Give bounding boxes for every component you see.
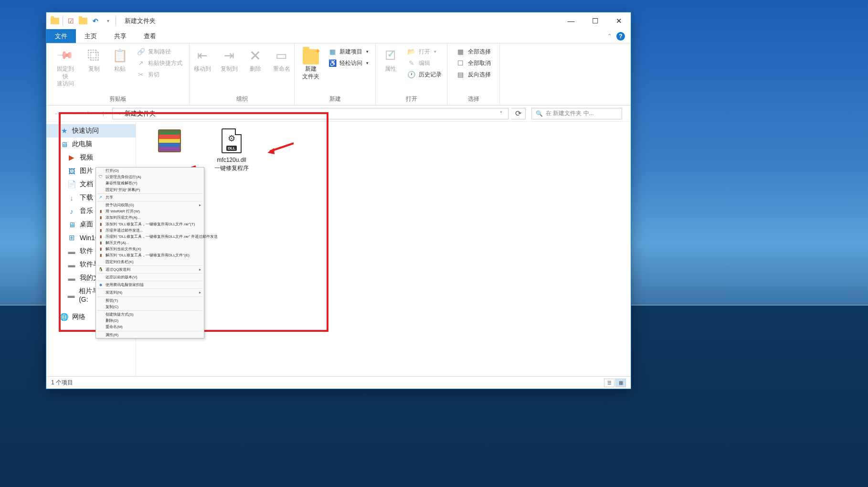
collapse-ribbon-icon[interactable]: ⌃ (607, 33, 612, 39)
context-menu-item[interactable]: 固定到任务栏(K) (96, 259, 204, 265)
details-view-button[interactable]: ☰ (604, 379, 614, 387)
window-title: 新建文件夹 (125, 17, 156, 25)
refresh-button[interactable]: ⟳ (511, 108, 526, 119)
file-area[interactable]: ⚙DLL mfc120u.dll一键修复程序 (136, 122, 631, 376)
dropdown-icon[interactable]: ▾ (103, 16, 113, 26)
address-dropdown-icon[interactable]: ˅ (497, 111, 505, 116)
move-to-button[interactable]: ⇤移动到 (190, 45, 215, 75)
minimize-button[interactable]: — (559, 14, 583, 28)
copy-button[interactable]: ⿻ 复制 (82, 45, 106, 75)
tab-view[interactable]: 查看 (135, 29, 165, 43)
delete-button[interactable]: ✕删除 (243, 45, 267, 75)
new-folder-button[interactable]: 新建 文件夹 (298, 45, 323, 82)
open-button[interactable]: 📂打开▾ (404, 46, 445, 57)
edit-icon: ✎ (407, 59, 416, 67)
context-menu-item[interactable]: 发送到(N)▸ (96, 289, 204, 296)
context-menu-item[interactable]: ↗共享 (96, 194, 204, 201)
properties-button[interactable]: ☐属性 (379, 45, 402, 75)
tab-share[interactable]: 共享 (106, 29, 135, 43)
up-button[interactable]: ↑ (97, 107, 109, 120)
tab-home[interactable]: 主页 (76, 29, 106, 43)
easy-access-button[interactable]: ♿轻松访问▾ (325, 58, 371, 68)
context-menu-item[interactable]: 属性(R) (96, 332, 204, 338)
context-menu-item[interactable]: ▮用 WinRAR 打开(W) (96, 208, 204, 214)
pin-quick-access-button[interactable]: 📌 固定到快 速访问 (50, 45, 80, 90)
context-menu-item[interactable]: ▮添加到压缩文件(A)... (96, 214, 204, 221)
copy-path-button[interactable]: 🔗复制路径 (134, 46, 185, 57)
properties-icon: ☐ (382, 47, 399, 64)
context-menu-item[interactable]: 剪切(T) (96, 297, 204, 304)
context-menu-item[interactable]: 重命名(M) (96, 324, 204, 330)
context-menu-item[interactable]: ▮添加到 "DLL修复工具，一键修复所有DLL文件.rar"(T) (96, 221, 204, 227)
search-icon: 🔍 (536, 110, 543, 117)
sidebar-item-this-pc[interactable]: 🖥此电脑 (46, 138, 136, 151)
divider (63, 17, 63, 25)
video-icon: ▶ (67, 153, 76, 162)
close-button[interactable]: ✕ (607, 14, 631, 28)
properties-icon[interactable]: ☑ (66, 16, 75, 26)
context-menu-item[interactable]: 兼容性疑难解答(Y) (96, 180, 204, 186)
new-item-button[interactable]: ▦新建项目▾ (325, 46, 371, 57)
statusbar: 1 个项目 ☰ ▦ (46, 376, 631, 389)
copy-to-button[interactable]: ⇥复制到 (217, 45, 242, 75)
context-menu-item[interactable]: 🛡以管理员身份运行(A) (96, 174, 204, 180)
divider (116, 17, 116, 25)
context-menu-item[interactable]: ▮压缩并通过邮件发送... (96, 227, 204, 233)
scissors-icon: ✂ (137, 70, 145, 79)
paste-shortcut-button[interactable]: ↗粘贴快捷方式 (134, 58, 185, 68)
select-none-button[interactable]: ☐全部取消 (454, 58, 494, 68)
context-menu-item[interactable]: ▮解压到当前文件夹(X) (96, 246, 204, 252)
file-item-archive[interactable] (146, 127, 193, 154)
sidebar-item-quick-access[interactable]: ★快速访问 (46, 124, 136, 138)
desktop-icon: 🖥 (67, 220, 76, 229)
forward-button[interactable]: → (66, 107, 79, 120)
rename-button[interactable]: ▭重命名 (269, 45, 294, 75)
context-menu: 打开(O)🛡以管理员身份运行(A)兼容性疑难解答(Y)固定到"开始"屏幕(P)↗… (95, 167, 204, 339)
drive-icon: ▬ (67, 291, 75, 299)
group-label: 打开 (406, 94, 417, 104)
context-menu-item[interactable]: 删除(D) (96, 318, 204, 324)
context-menu-item[interactable]: 🐧通过QQ发送到▸ (96, 266, 204, 273)
context-menu-item[interactable]: 打开(O) (96, 168, 204, 174)
context-menu-item[interactable]: ▮压缩到 "DLL修复工具，一键修复所有DLL文件.rar" 并通过邮件发送 (96, 233, 204, 240)
context-menu-item[interactable]: 复制(C) (96, 304, 204, 310)
context-menu-item[interactable]: ◆使用腾讯电脑管家扫描 (96, 282, 204, 288)
recent-dropdown[interactable]: ˅ (82, 107, 94, 120)
paste-button[interactable]: 📋 粘贴 (108, 45, 132, 75)
context-menu-item[interactable]: 固定到"开始"屏幕(P) (96, 187, 204, 193)
sidebar-item-videos[interactable]: ▶视频 (46, 151, 136, 164)
context-menu-item[interactable]: ▮解压文件(A)... (96, 240, 204, 246)
drive-icon: ▬ (67, 274, 76, 282)
help-icon[interactable]: ? (616, 32, 625, 41)
breadcrumb-item[interactable]: 新建文件夹 (125, 109, 156, 118)
delete-icon: ✕ (247, 47, 264, 64)
drive-icon: ▬ (67, 260, 76, 269)
tab-file[interactable]: 文件 (46, 29, 76, 43)
search-input[interactable]: 🔍 在 新建文件夹 中... (531, 108, 622, 119)
drive-icon: ▬ (67, 247, 76, 255)
invert-selection-button[interactable]: ▤反向选择 (454, 69, 494, 80)
pc-icon: 🖥 (60, 140, 68, 148)
cut-button[interactable]: ✂剪切 (134, 69, 185, 80)
edit-button[interactable]: ✎编辑 (404, 58, 445, 68)
history-button[interactable]: 🕐历史记录 (404, 69, 445, 80)
icons-view-button[interactable]: ▦ (615, 379, 626, 387)
address-box[interactable]: › 新建文件夹 ˅ (112, 108, 508, 119)
back-button[interactable]: ← (51, 107, 64, 120)
move-icon: ⇤ (194, 47, 211, 64)
path-icon: 🔗 (137, 47, 145, 56)
copyto-icon: ⇥ (221, 47, 237, 64)
dll-icon: ⚙DLL (222, 128, 242, 153)
context-menu-item[interactable]: 授予访问权限(G)▸ (96, 202, 204, 208)
folder-icon[interactable] (78, 16, 88, 26)
context-menu-item[interactable]: 还原以前的版本(V) (96, 274, 204, 280)
item-count: 1 个项目 (51, 379, 73, 387)
picture-icon: 🖼 (67, 167, 76, 175)
context-menu-item[interactable]: ▮解压到 "DLL修复工具，一键修复所有DLL文件"(E) (96, 252, 204, 258)
music-icon: ♪ (67, 207, 76, 215)
context-menu-item[interactable]: 创建快捷方式(S) (96, 311, 204, 318)
file-item-dll-repair[interactable]: ⚙DLL mfc120u.dll一键修复程序 (208, 127, 255, 172)
select-all-button[interactable]: ▦全部选择 (454, 46, 494, 57)
undo-icon[interactable]: ↶ (91, 16, 100, 26)
maximize-button[interactable]: ☐ (583, 14, 607, 28)
